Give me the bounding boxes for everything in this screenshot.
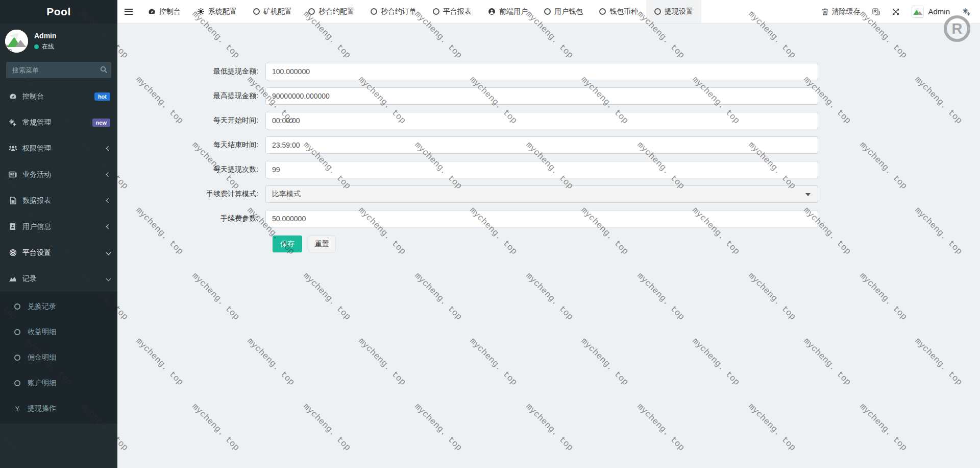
- dashboard-icon: [8, 92, 17, 100]
- tab-seconds-contract-config[interactable]: 秒合约配置: [300, 0, 362, 23]
- tab-label: 秒合约订单: [381, 7, 416, 16]
- daily-end-time-label: 每天结束时间:: [117, 141, 265, 150]
- form-row: 最低提现金额:: [117, 63, 980, 80]
- tab-label: 钱包币种: [609, 7, 638, 16]
- sidebar-item-label: 权限管理: [22, 144, 51, 153]
- user-panel: Admin 在线: [0, 24, 117, 60]
- tab-label: 前端用户: [499, 7, 528, 16]
- caret-down-icon: [805, 193, 811, 196]
- submenu-item-exchange-records[interactable]: 兑换记录: [0, 294, 117, 319]
- tab-miner-config[interactable]: 矿机配置: [245, 0, 300, 23]
- sidebar-item-dashboard[interactable]: 控制台 hot: [0, 83, 117, 109]
- fee-mode-label: 手续费计算模式:: [117, 190, 265, 199]
- fee-mode-select[interactable]: 比率模式: [265, 185, 818, 203]
- tab-system-config[interactable]: 系统配置: [189, 0, 245, 23]
- fullscreen-button[interactable]: [892, 8, 899, 15]
- clear-cache-label: 清除缓存: [831, 7, 860, 16]
- tab-frontend-users[interactable]: 前端用户: [480, 0, 536, 23]
- tab-dashboard[interactable]: 控制台: [140, 0, 189, 23]
- navbar-avatar: [912, 6, 924, 18]
- users-icon: [8, 145, 17, 152]
- form-row: 最高提现金额:: [117, 87, 980, 105]
- tab-seconds-contract-orders[interactable]: 秒合约订单: [362, 0, 425, 23]
- tab-label: 控制台: [159, 7, 181, 16]
- chevron-left-icon: [106, 146, 111, 151]
- circle-icon: [13, 303, 21, 310]
- submenu-item-withdraw-actions[interactable]: ¥ 提现操作: [0, 396, 117, 422]
- submenu-item-label: 佣金明细: [28, 353, 56, 362]
- save-button[interactable]: 保存: [273, 236, 302, 252]
- max-withdraw-amount-input[interactable]: [265, 87, 818, 105]
- circle-icon: [308, 8, 315, 15]
- yen-icon: ¥: [13, 405, 21, 413]
- settings-button[interactable]: [962, 8, 971, 16]
- trash-icon: [822, 8, 828, 15]
- language-button[interactable]: [872, 8, 880, 15]
- brand-title: Pool: [46, 6, 71, 18]
- hot-badge: hot: [94, 92, 110, 101]
- circle-icon: [544, 8, 551, 15]
- tab-wallet-currencies[interactable]: 钱包币种: [591, 0, 646, 23]
- circle-icon: [13, 355, 21, 361]
- sidebar-item-label: 常规管理: [22, 118, 51, 127]
- records-submenu: 兑换记录 收益明细 佣金明细 账户明细 ¥ 提现操作: [0, 292, 117, 424]
- submenu-item-account-details[interactable]: 账户明细: [0, 370, 117, 396]
- language-icon: [872, 8, 880, 15]
- online-dot-icon: [34, 44, 39, 49]
- sidebar-item-reports[interactable]: 数据报表: [0, 188, 117, 214]
- sidebar-item-label: 记录: [22, 274, 37, 284]
- form-actions: 保存 重置: [273, 236, 980, 252]
- sidebar-item-general[interactable]: 常规管理 new: [0, 109, 117, 135]
- gear-icon: [197, 8, 205, 15]
- tab-platform-report[interactable]: 平台报表: [425, 0, 480, 23]
- tab-withdraw-settings[interactable]: 提现设置: [646, 0, 701, 23]
- daily-end-time-input[interactable]: [265, 136, 818, 154]
- circle-icon: [13, 329, 21, 335]
- sidebar-item-permissions[interactable]: 权限管理: [0, 135, 117, 161]
- min-withdraw-amount-input[interactable]: [265, 63, 818, 80]
- daily-withdraw-count-input[interactable]: [265, 161, 818, 178]
- area-chart-icon: [8, 275, 17, 282]
- withdraw-settings-form: 最低提现金额: 最高提现金额: 每天开始时间: 每天结束时间: 每天提现次数: …: [117, 24, 980, 252]
- sidebar-item-userinfo[interactable]: 用户信息: [0, 214, 117, 240]
- logo-bar[interactable]: Pool: [0, 0, 117, 24]
- search-icon[interactable]: [100, 66, 107, 73]
- daily-start-time-label: 每天开始时间:: [117, 116, 265, 125]
- search-input[interactable]: [6, 62, 111, 78]
- navbar-username: Admin: [928, 7, 950, 16]
- fee-param-input[interactable]: [265, 210, 818, 227]
- reset-button[interactable]: 重置: [309, 236, 335, 252]
- gears-icon: [962, 8, 971, 16]
- circle-icon: [654, 8, 661, 15]
- tab-user-wallets[interactable]: 用户钱包: [536, 0, 591, 23]
- sidebar-item-records[interactable]: 记录: [0, 266, 117, 292]
- tab-label: 系统配置: [208, 7, 237, 16]
- hamburger-menu-icon[interactable]: [117, 0, 140, 23]
- navbar-user-menu[interactable]: Admin: [912, 6, 950, 18]
- sidebar-item-platform-settings[interactable]: 平台设置: [0, 240, 117, 266]
- user-circle-icon: [488, 8, 496, 15]
- submenu-item-label: 收益明细: [28, 327, 56, 337]
- sidebar-item-label: 数据报表: [22, 196, 51, 205]
- tab-label: 用户钱包: [554, 7, 583, 16]
- submenu-item-profit-details[interactable]: 收益明细: [0, 319, 117, 345]
- chevron-down-icon: [106, 250, 111, 255]
- clear-cache-button[interactable]: 清除缓存: [822, 7, 860, 16]
- new-badge: new: [92, 119, 110, 127]
- newspaper-icon: [8, 171, 17, 178]
- user-status-label: 在线: [42, 42, 54, 51]
- form-row: 手续费参数:: [117, 210, 980, 227]
- form-row: 每天提现次数:: [117, 161, 980, 178]
- sidebar-item-business[interactable]: 业务活动: [0, 161, 117, 188]
- user-name: Admin: [34, 32, 57, 40]
- tab-label: 矿机配置: [263, 7, 292, 16]
- chevron-down-icon: [106, 276, 111, 282]
- daily-withdraw-count-label: 每天提现次数:: [117, 165, 265, 174]
- circle-icon: [433, 8, 439, 15]
- form-row: 每天开始时间:: [117, 112, 980, 129]
- daily-start-time-input[interactable]: [265, 112, 818, 129]
- tab-label: 秒合约配置: [318, 7, 354, 16]
- withdraw-settings-page: 最低提现金额: 最高提现金额: 每天开始时间: 每天结束时间: 每天提现次数: …: [117, 24, 980, 468]
- top-navbar: 控制台 系统配置 矿机配置 秒合约配置 秒合约订单 平台报表: [117, 0, 980, 24]
- submenu-item-commission-details[interactable]: 佣金明细: [0, 345, 117, 370]
